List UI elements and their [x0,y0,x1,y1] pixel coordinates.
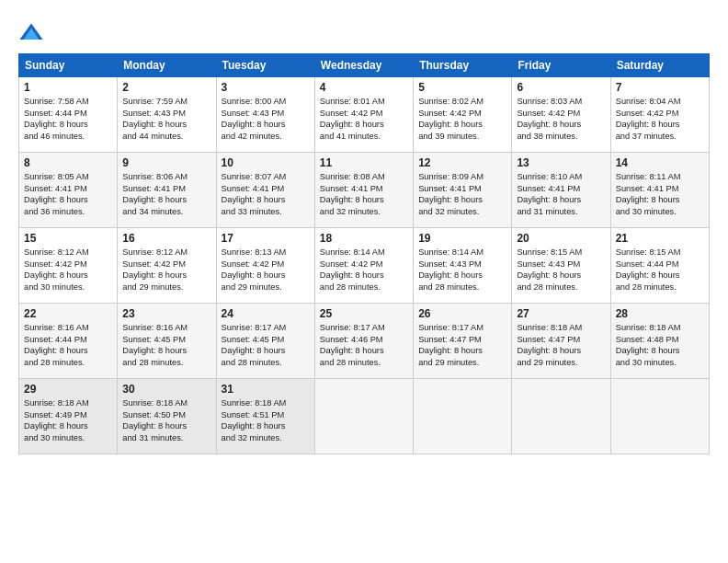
day-number: 25 [320,307,408,320]
day-number: 4 [320,81,408,94]
day-number: 28 [616,307,704,320]
cell-info: Sunrise: 8:05 AM Sunset: 4:41 PM Dayligh… [24,171,112,217]
day-number: 27 [517,307,605,320]
day-number: 8 [24,156,112,169]
weekday-wednesday: Wednesday [314,54,413,77]
cell-info: Sunrise: 8:16 AM Sunset: 4:44 PM Dayligh… [24,322,112,368]
day-number: 6 [517,81,605,94]
cell-info: Sunrise: 8:14 AM Sunset: 4:42 PM Dayligh… [320,247,408,293]
day-number: 17 [222,232,310,245]
day-number: 21 [616,232,704,245]
page: SundayMondayTuesdayWednesdayThursdayFrid… [0,0,728,465]
day-number: 11 [320,156,408,169]
calendar-cell [414,379,512,454]
calendar-cell [314,379,413,454]
day-number: 10 [222,156,310,169]
cell-info: Sunrise: 8:06 AM Sunset: 4:41 PM Dayligh… [122,171,210,217]
day-number: 2 [122,81,210,94]
calendar-cell [610,379,709,454]
calendar-cell: 16Sunrise: 8:12 AM Sunset: 4:42 PM Dayli… [118,228,216,304]
calendar-cell: 22Sunrise: 8:16 AM Sunset: 4:44 PM Dayli… [19,304,118,379]
cell-info: Sunrise: 8:15 AM Sunset: 4:44 PM Dayligh… [616,247,704,293]
day-number: 3 [222,81,310,94]
cell-info: Sunrise: 7:59 AM Sunset: 4:43 PM Dayligh… [122,96,210,142]
calendar-cell: 27Sunrise: 8:18 AM Sunset: 4:47 PM Dayli… [512,304,610,379]
weekday-sunday: Sunday [19,54,118,77]
calendar-cell: 19Sunrise: 8:14 AM Sunset: 4:43 PM Dayli… [414,228,512,304]
weekday-header-row: SundayMondayTuesdayWednesdayThursdayFrid… [19,54,710,77]
cell-info: Sunrise: 7:58 AM Sunset: 4:44 PM Dayligh… [24,96,112,142]
day-number: 1 [24,81,112,94]
calendar-cell: 29Sunrise: 8:18 AM Sunset: 4:49 PM Dayli… [19,379,118,454]
day-number: 29 [24,383,112,396]
calendar-cell: 13Sunrise: 8:10 AM Sunset: 4:41 PM Dayli… [512,153,610,228]
cell-info: Sunrise: 8:16 AM Sunset: 4:45 PM Dayligh… [122,322,210,368]
calendar-cell: 14Sunrise: 8:11 AM Sunset: 4:41 PM Dayli… [610,153,709,228]
cell-info: Sunrise: 8:11 AM Sunset: 4:41 PM Dayligh… [616,171,704,217]
day-number: 13 [517,156,605,169]
cell-info: Sunrise: 8:17 AM Sunset: 4:45 PM Dayligh… [222,322,310,368]
week-row-4: 22Sunrise: 8:16 AM Sunset: 4:44 PM Dayli… [19,304,710,379]
calendar-cell: 30Sunrise: 8:18 AM Sunset: 4:50 PM Dayli… [118,379,216,454]
cell-info: Sunrise: 8:18 AM Sunset: 4:50 PM Dayligh… [122,397,210,443]
calendar-cell: 15Sunrise: 8:12 AM Sunset: 4:42 PM Dayli… [19,228,118,304]
weekday-thursday: Thursday [414,54,512,77]
weekday-saturday: Saturday [610,54,709,77]
week-row-1: 1Sunrise: 7:58 AM Sunset: 4:44 PM Daylig… [19,77,710,153]
header-row [18,17,710,46]
calendar-cell: 10Sunrise: 8:07 AM Sunset: 4:41 PM Dayli… [216,153,314,228]
calendar-cell: 11Sunrise: 8:08 AM Sunset: 4:41 PM Dayli… [314,153,413,228]
day-number: 7 [616,81,704,94]
cell-info: Sunrise: 8:08 AM Sunset: 4:41 PM Dayligh… [320,171,408,217]
calendar-cell: 18Sunrise: 8:14 AM Sunset: 4:42 PM Dayli… [314,228,413,304]
day-number: 12 [418,156,506,169]
logo-icon [18,20,44,46]
cell-info: Sunrise: 8:12 AM Sunset: 4:42 PM Dayligh… [24,247,112,293]
cell-info: Sunrise: 8:02 AM Sunset: 4:42 PM Dayligh… [418,96,506,142]
cell-info: Sunrise: 8:15 AM Sunset: 4:43 PM Dayligh… [517,247,605,293]
cell-info: Sunrise: 8:13 AM Sunset: 4:42 PM Dayligh… [222,247,310,293]
weekday-friday: Friday [512,54,610,77]
day-number: 5 [418,81,506,94]
cell-info: Sunrise: 8:18 AM Sunset: 4:51 PM Dayligh… [222,397,310,443]
calendar-cell: 31Sunrise: 8:18 AM Sunset: 4:51 PM Dayli… [216,379,314,454]
cell-info: Sunrise: 8:12 AM Sunset: 4:42 PM Dayligh… [122,247,210,293]
week-row-2: 8Sunrise: 8:05 AM Sunset: 4:41 PM Daylig… [19,153,710,228]
day-number: 14 [616,156,704,169]
cell-info: Sunrise: 8:17 AM Sunset: 4:47 PM Dayligh… [418,322,506,368]
calendar-cell: 8Sunrise: 8:05 AM Sunset: 4:41 PM Daylig… [19,153,118,228]
cell-info: Sunrise: 8:00 AM Sunset: 4:43 PM Dayligh… [222,96,310,142]
logo [18,20,48,46]
calendar-cell: 28Sunrise: 8:18 AM Sunset: 4:48 PM Dayli… [610,304,709,379]
calendar-cell: 26Sunrise: 8:17 AM Sunset: 4:47 PM Dayli… [414,304,512,379]
calendar-cell: 1Sunrise: 7:58 AM Sunset: 4:44 PM Daylig… [19,77,118,153]
cell-info: Sunrise: 8:17 AM Sunset: 4:46 PM Dayligh… [320,322,408,368]
calendar-cell: 2Sunrise: 7:59 AM Sunset: 4:43 PM Daylig… [118,77,216,153]
cell-info: Sunrise: 8:18 AM Sunset: 4:49 PM Dayligh… [24,397,112,443]
calendar-cell: 25Sunrise: 8:17 AM Sunset: 4:46 PM Dayli… [314,304,413,379]
cell-info: Sunrise: 8:03 AM Sunset: 4:42 PM Dayligh… [517,96,605,142]
day-number: 19 [418,232,506,245]
cell-info: Sunrise: 8:07 AM Sunset: 4:41 PM Dayligh… [222,171,310,217]
week-row-5: 29Sunrise: 8:18 AM Sunset: 4:49 PM Dayli… [19,379,710,454]
day-number: 24 [222,307,310,320]
day-number: 9 [122,156,210,169]
calendar-cell: 20Sunrise: 8:15 AM Sunset: 4:43 PM Dayli… [512,228,610,304]
week-row-3: 15Sunrise: 8:12 AM Sunset: 4:42 PM Dayli… [19,228,710,304]
cell-info: Sunrise: 8:01 AM Sunset: 4:42 PM Dayligh… [320,96,408,142]
day-number: 20 [517,232,605,245]
calendar-cell [512,379,610,454]
day-number: 23 [122,307,210,320]
calendar-cell: 6Sunrise: 8:03 AM Sunset: 4:42 PM Daylig… [512,77,610,153]
calendar-cell: 4Sunrise: 8:01 AM Sunset: 4:42 PM Daylig… [314,77,413,153]
cell-info: Sunrise: 8:09 AM Sunset: 4:41 PM Dayligh… [418,171,506,217]
calendar: SundayMondayTuesdayWednesdayThursdayFrid… [18,53,710,454]
calendar-cell: 3Sunrise: 8:00 AM Sunset: 4:43 PM Daylig… [216,77,314,153]
calendar-cell: 7Sunrise: 8:04 AM Sunset: 4:42 PM Daylig… [610,77,709,153]
cell-info: Sunrise: 8:04 AM Sunset: 4:42 PM Dayligh… [616,96,704,142]
day-number: 26 [418,307,506,320]
cell-info: Sunrise: 8:18 AM Sunset: 4:48 PM Dayligh… [616,322,704,368]
cell-info: Sunrise: 8:14 AM Sunset: 4:43 PM Dayligh… [418,247,506,293]
calendar-cell: 24Sunrise: 8:17 AM Sunset: 4:45 PM Dayli… [216,304,314,379]
calendar-cell: 21Sunrise: 8:15 AM Sunset: 4:44 PM Dayli… [610,228,709,304]
